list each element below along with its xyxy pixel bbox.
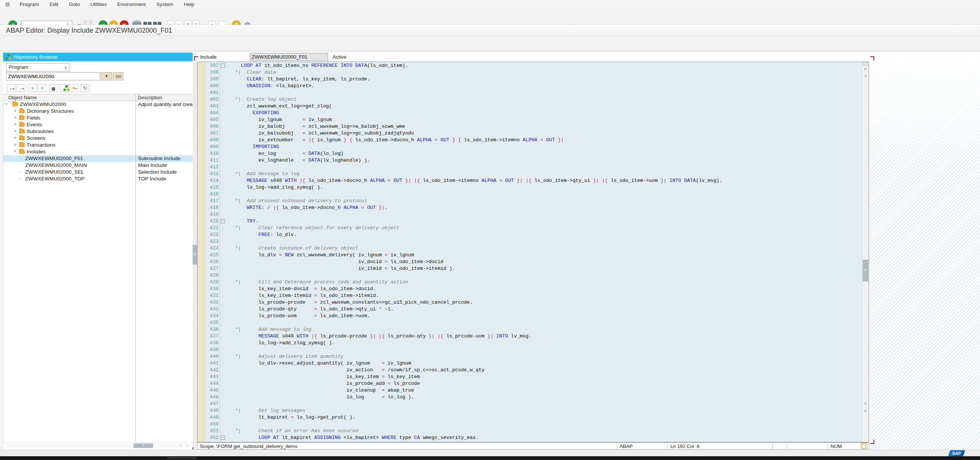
code-line-416[interactable]: 416 xyxy=(197,191,862,198)
expand-icon[interactable]: > xyxy=(14,108,16,113)
code-line-433[interactable]: 433 ls_prcode-qty = ls_odo_item->qty_ui … xyxy=(197,306,862,312)
menu-help[interactable]: Help xyxy=(179,1,200,8)
splitter-grip[interactable]: ≡ xyxy=(192,245,197,265)
code-line-446[interactable]: 446 io_log = lo_log ). xyxy=(197,394,862,401)
tree-item-subroutines[interactable]: >Subroutines xyxy=(3,128,192,135)
code-line-448[interactable]: 448 *| Get log messages xyxy=(197,408,862,414)
code-line-431[interactable]: 431 ls_key_item-itemid = ls_odo_item->it… xyxy=(197,292,862,299)
scroll-up-icon[interactable]: ∧ xyxy=(862,67,869,71)
code-line-401[interactable]: 401 xyxy=(197,89,862,96)
scroll-down-bottom-icon[interactable]: ∨ xyxy=(862,409,869,413)
code-line-403[interactable]: 403 zcl_wwxewm_ext_log=>get_zlog( xyxy=(197,103,862,110)
system-menu-icon[interactable]: ▤ xyxy=(5,2,11,7)
tree-item-transactions[interactable]: >Transactions xyxy=(3,142,192,148)
code-line-410[interactable]: 410 eo_log = DATA(lo_log) xyxy=(197,150,862,157)
code-line-447[interactable]: 447 xyxy=(197,401,862,408)
code-line-415[interactable]: 415 lo_log->add_zlog_symsg( ). xyxy=(197,184,862,191)
code-line-412[interactable]: 412 xyxy=(197,164,862,171)
favorites-button[interactable]: ★▼ xyxy=(69,84,78,92)
menu-program[interactable]: Program xyxy=(14,1,45,8)
code-line-430[interactable]: 430 ls_key_item-docid = ls_odo_item->doc… xyxy=(197,286,862,292)
tree-item-zwwxewmu02000[interactable]: >ZWWXEWMU02000Adjust quantity and create xyxy=(3,101,192,108)
code-line-444[interactable]: 444 is_prcode_add = ls_prcode xyxy=(197,380,862,387)
code-line-399[interactable]: 399 CLEAR: lt_bapiret, ls_key_item, ls_p… xyxy=(197,76,862,82)
code-line-441[interactable]: 441 lo_dlv->exec_adjust_quantity( iv_lgn… xyxy=(197,360,862,367)
tree-item-includes[interactable]: >Includes xyxy=(3,148,192,155)
expand-icon[interactable]: > xyxy=(14,128,16,133)
code-line-437[interactable]: 437 MESSAGE s049 WITH |{ ls_prcode-prcod… xyxy=(197,333,862,340)
code-line-418[interactable]: 418 WRITE: / |{ ls_odo_item->docno_h ALP… xyxy=(197,205,862,211)
column-separator[interactable] xyxy=(135,94,136,443)
code-line-450[interactable]: 450 xyxy=(197,421,862,428)
tree-item-fields[interactable]: >Fields xyxy=(3,115,192,121)
object-name-input[interactable] xyxy=(6,72,100,81)
hscroll-right-icon[interactable]: › xyxy=(186,443,188,448)
code-line-427[interactable]: 427 iv_itmid = ls_odo_item->itemid ). xyxy=(197,265,862,272)
scrollbar-thumb[interactable]: ≡ xyxy=(862,260,868,281)
include-name-field[interactable] xyxy=(250,53,328,61)
code-line-414[interactable]: 414 MESSAGE s048 WITH |{ ls_odo_item->do… xyxy=(197,178,862,184)
code-line-432[interactable]: 432 ls_prcode-prcode = zcl_wwxewm_consta… xyxy=(197,299,862,306)
code-line-402[interactable]: 402 *| Create log object xyxy=(197,96,862,103)
expand-icon[interactable]: > xyxy=(14,115,16,119)
expand-icon[interactable]: > xyxy=(14,135,16,140)
refresh-tree-button[interactable]: ↻ xyxy=(81,84,89,92)
collapse-all-button[interactable]: « xyxy=(38,84,47,92)
code-line-406[interactable]: 406 iv_balobj = zcl_wwxewm_log=>a_balobj… xyxy=(197,123,862,130)
code-line-439[interactable]: 439 xyxy=(197,346,862,353)
tree-item-screens[interactable]: >Screens xyxy=(3,135,192,142)
code-line-413[interactable]: 413 *| Add message to log xyxy=(197,171,862,178)
code-line-442[interactable]: 442 iv_action = /scwm/if_sp_c=>sc_act_pc… xyxy=(197,367,862,374)
scroll-up-bottom-icon[interactable]: ∧ xyxy=(862,401,869,406)
object-type-select[interactable]: Program ∨ xyxy=(6,63,70,71)
code-line-451[interactable]: 451 *| Check if an error has been occure… xyxy=(197,428,862,435)
code-line-452[interactable]: 452− LOOP AT lt_bapiret ASSIGNING <ls_ba… xyxy=(197,435,862,441)
code-line-409[interactable]: 409 IMPORTING xyxy=(197,144,862,150)
code-line-422[interactable]: 422 FREE: lo_dlv. xyxy=(197,232,862,238)
code-line-443[interactable]: 443 is_key_item = ls_key_item xyxy=(197,374,862,380)
hscroll-thumb[interactable]: ≡ xyxy=(134,444,153,448)
code-line-438[interactable]: 438 lo_log->add_zlog_symsg( ). xyxy=(197,340,862,346)
code-line-424[interactable]: 424 *| Create instance of delivery objec… xyxy=(197,245,862,252)
tree-hierarchy-button[interactable] xyxy=(59,84,68,92)
menu-utilities[interactable]: Utilities xyxy=(85,1,112,8)
fold-collapse-icon[interactable]: − xyxy=(221,219,225,223)
code-line-404[interactable]: 404 EXPORTING xyxy=(197,110,862,116)
code-line-400[interactable]: 400 UNASSIGN: <ls_bapiret>. xyxy=(197,82,862,89)
code-line-445[interactable]: 445 iv_cleanup = abap_true xyxy=(197,387,862,394)
code-line-434[interactable]: 434 ls_prcode-uom = ls_odo_item->uom. xyxy=(197,312,862,319)
editor-vertical-scrollbar[interactable]: ∧ ∨ ≡ ∧ ∨ xyxy=(862,62,869,442)
code-line-408[interactable]: 408 iv_extnumber = |{ iv_lgnum } { ls_od… xyxy=(197,137,862,144)
code-line-429[interactable]: 429 *| Fill and Determine process code a… xyxy=(197,279,862,286)
search-tree-button[interactable] xyxy=(49,84,58,92)
expand-icon[interactable]: > xyxy=(14,122,16,126)
history-forward-button[interactable]: →▼ xyxy=(17,84,25,92)
code-line-411[interactable]: 411 ev_loghandle = DATA(lv_loghandle) ). xyxy=(197,157,862,164)
code-line-425[interactable]: 425 lo_dlv = NEW zcl_wwxewm_delivery( iv… xyxy=(197,252,862,259)
menu-goto[interactable]: Goto xyxy=(64,1,85,8)
code-line-435[interactable]: 435 xyxy=(197,319,862,326)
tree-item-zwwxewmu02000_top[interactable]: ·ZWWXEWMU02000_TOPTOP Include xyxy=(3,176,192,182)
tree-horizontal-scrollbar[interactable]: ≡ ‹ › xyxy=(3,443,192,448)
code-line-421[interactable]: 421 *| Clear reference object for every … xyxy=(197,225,862,232)
code-line-440[interactable]: 440 *| Adjust delivery item quantity xyxy=(197,353,862,360)
code-line-407[interactable]: 407 iv_balsubobj = zcl_wwxewm_log=>gc_su… xyxy=(197,130,862,137)
expand-icon[interactable]: > xyxy=(14,142,16,147)
tree-item-events[interactable]: >Events xyxy=(3,121,192,128)
abap-code-editor[interactable]: 397− LOOP AT it_odo_items_ns REFERENCE I… xyxy=(197,62,869,443)
clipboard-status-icon[interactable] xyxy=(861,443,867,449)
expand-all-button[interactable]: » xyxy=(28,84,37,92)
menu-system[interactable]: System xyxy=(151,1,179,8)
tree-item-zwwxewmu02000_sel[interactable]: ·ZWWXEWMU02000_SELSelection Include xyxy=(3,169,192,176)
scrollbar-split-box[interactable] xyxy=(863,62,868,65)
code-line-398[interactable]: 398 *| Clear data xyxy=(197,69,862,76)
code-line-419[interactable]: 419 xyxy=(197,211,862,218)
code-line-417[interactable]: 417 *| Add proceed outbound delivery to … xyxy=(197,198,862,205)
display-object-button[interactable]: ⊙⊙ xyxy=(113,72,123,81)
tree-item-dictionary structures[interactable]: >Dictionary Structures xyxy=(3,108,192,115)
history-back-button[interactable]: ←▼ xyxy=(7,84,16,92)
tree-item-zwwxewmu02000_main[interactable]: ·ZWWXEWMU02000_MAINMain Include xyxy=(3,162,192,169)
tree-item-zwwxewmu02000_f01[interactable]: ·ZWWXEWMU02000_F01Subroutine Include xyxy=(3,155,192,162)
hscroll-left-icon[interactable]: ‹ xyxy=(180,443,181,448)
code-line-397[interactable]: 397− LOOP AT it_odo_items_ns REFERENCE I… xyxy=(197,62,862,69)
